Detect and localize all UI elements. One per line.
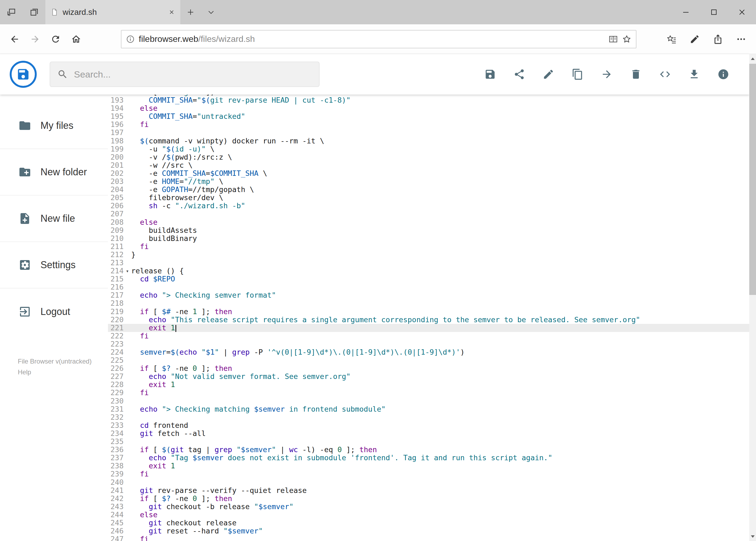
code-line[interactable]: 240 [108, 478, 749, 486]
code-line[interactable]: 230 [108, 397, 749, 405]
hub-favorites-button[interactable] [660, 29, 683, 49]
code-line[interactable]: 228 exit 1 [108, 380, 749, 389]
browser-tab[interactable]: wizard.sh [45, 0, 180, 24]
info-button[interactable] [717, 68, 729, 80]
code-line[interactable]: 204 -e GOPATH=//tmp/gopath \ [108, 186, 749, 194]
code-line[interactable]: 221 exit 1 [108, 324, 749, 332]
code-line[interactable]: 246 git reset --hard "$semver" [108, 527, 749, 535]
forward-button[interactable] [25, 29, 45, 49]
search-input[interactable] [74, 69, 312, 80]
code-line[interactable]: 243 git checkout -b release "$semver" [108, 503, 749, 511]
code-line[interactable]: 206 sh -c "./wizard.sh -b" [108, 202, 749, 210]
code-line[interactable]: 232 [108, 413, 749, 421]
fold-marker-icon[interactable]: ▾ [124, 267, 131, 275]
url-field[interactable]: filebrowser.web/files/wizard.sh [121, 30, 636, 48]
code-line[interactable]: 241 git rev-parse --verify --quiet relea… [108, 486, 749, 495]
scroll-up-button[interactable] [749, 54, 756, 63]
more-menu-button[interactable] [730, 29, 753, 49]
help-link[interactable]: Help [18, 367, 92, 377]
code-line[interactable]: 202 -e COMMIT_SHA=$COMMIT_SHA \ [108, 169, 749, 178]
code-line[interactable]: 195 COMMIT_SHA="untracked" [108, 112, 749, 121]
code-line[interactable]: 213 [108, 259, 749, 267]
code-line[interactable]: 214▾release () { [108, 267, 749, 275]
code-line[interactable]: 227 echo "Not valid semver format. See s… [108, 372, 749, 380]
edit-button[interactable] [543, 68, 554, 80]
tab-preview-toggle-button[interactable] [201, 0, 221, 24]
code-line[interactable]: 234 git fetch --all [108, 429, 749, 437]
code-line[interactable]: 193 COMMIT_SHA="$(git rev-parse HEAD | c… [108, 96, 749, 104]
code-line[interactable]: 237 echo "Tag $semver does not exist in … [108, 454, 749, 462]
site-info-icon[interactable] [126, 35, 135, 44]
code-line[interactable]: 211 fi [108, 243, 749, 251]
move-button[interactable] [601, 68, 613, 80]
code-line[interactable]: 208 else [108, 218, 749, 226]
tabs-you-set-aside-button[interactable] [23, 0, 45, 24]
code-button[interactable] [659, 68, 671, 80]
code-line[interactable]: 212} [108, 251, 749, 259]
code-line[interactable]: 223 [108, 340, 749, 348]
code-line[interactable]: 201 -w //src \ [108, 161, 749, 169]
share-button[interactable] [513, 68, 525, 80]
code-line[interactable]: 239 fi [108, 470, 749, 478]
code-line[interactable]: 194 else [108, 104, 749, 112]
code-line[interactable]: 199 -u "$(id -u)" \ [108, 145, 749, 153]
code-line[interactable]: 198 $(command -v winpty) docker run --rm… [108, 137, 749, 145]
code-line[interactable]: 236 if [ $(git tag | grep "$semver" | wc… [108, 446, 749, 454]
close-window-button[interactable] [728, 0, 756, 24]
sidebar-item-new-file[interactable]: New file [0, 196, 108, 242]
code-line[interactable]: 229 fi [108, 389, 749, 397]
code-line[interactable]: 217 echo "> Checking semver format" [108, 291, 749, 299]
search-bar[interactable] [50, 62, 320, 87]
code-line[interactable]: 205 filebrowser/dev \ [108, 194, 749, 202]
favorite-star-icon[interactable] [622, 34, 631, 44]
sidebar-item-logout[interactable]: Logout [0, 288, 108, 335]
code-line[interactable]: 244 else [108, 511, 749, 519]
reading-view-icon[interactable] [609, 34, 618, 44]
sidebar-item-my-files[interactable]: My files [0, 103, 108, 149]
code-line[interactable]: 216 [108, 283, 749, 291]
scrollbar-thumb[interactable] [749, 64, 756, 295]
sidebar-item-settings[interactable]: Settings [0, 242, 108, 288]
code-line[interactable]: 196 fi [108, 121, 749, 129]
add-notes-button[interactable] [683, 29, 706, 49]
code-line[interactable]: 219 if [ $# -ne 1 ]; then [108, 307, 749, 316]
code-line[interactable]: 233 cd frontend [108, 421, 749, 429]
filebrowser-logo[interactable] [10, 61, 37, 88]
new-tab-button[interactable] [180, 0, 201, 24]
tab-close-button[interactable] [168, 9, 175, 15]
code-line[interactable]: 210 buildBinary [108, 235, 749, 243]
code-line[interactable]: 231 echo "> Checking matching $semver in… [108, 405, 749, 413]
set-tabs-aside-button[interactable] [0, 0, 23, 24]
code-line[interactable]: 222 fi [108, 332, 749, 340]
download-button[interactable] [688, 68, 700, 80]
code-line[interactable]: 247 fi [108, 535, 749, 541]
code-line[interactable]: 197 [108, 129, 749, 137]
back-button[interactable] [4, 29, 25, 49]
code-line[interactable]: 200 -v /$(pwd):/src:z \ [108, 153, 749, 161]
code-line[interactable]: 245 git checkout release [108, 519, 749, 527]
code-line[interactable]: 207 [108, 210, 749, 218]
code-line[interactable]: 226 if [ $? -ne 0 ]; then [108, 364, 749, 372]
code-line[interactable]: 242 if [ $? -ne 0 ]; then [108, 495, 749, 503]
maximize-button[interactable] [700, 0, 728, 24]
code-line[interactable]: 238 exit 1 [108, 462, 749, 470]
code-line[interactable]: 225 [108, 356, 749, 364]
code-editor[interactable]: 192 if [ -d ".git" ]; then193 COMMIT_SHA… [108, 95, 749, 541]
share-page-button[interactable] [706, 29, 730, 49]
sidebar-item-new-folder[interactable]: New folder [0, 149, 108, 196]
code-line[interactable]: 224 semver=$(echo "$1" | grep -P '^v(0|[… [108, 348, 749, 356]
code-line[interactable]: 215 cd $REPO [108, 275, 749, 283]
copy-button[interactable] [572, 68, 584, 80]
delete-button[interactable] [630, 68, 642, 80]
refresh-button[interactable] [45, 29, 66, 49]
code-line[interactable]: 209 buildAssets [108, 226, 749, 235]
code-line[interactable]: 220 echo "This release script requires a… [108, 316, 749, 324]
save-button[interactable] [484, 68, 496, 80]
code-line[interactable]: 235 [108, 437, 749, 446]
code-line[interactable]: 203 -e HOME="//tmp" \ [108, 178, 749, 186]
scroll-down-button[interactable] [749, 532, 756, 541]
page-scrollbar[interactable] [749, 54, 756, 541]
code-line[interactable]: 218 [108, 299, 749, 307]
minimize-button[interactable] [672, 0, 700, 24]
home-button[interactable] [66, 29, 86, 49]
